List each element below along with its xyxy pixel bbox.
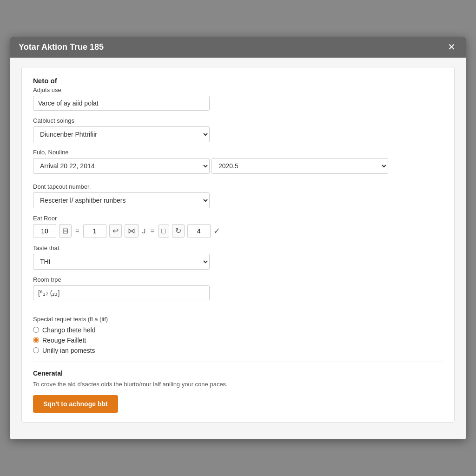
- radio-input-2[interactable]: [33, 337, 39, 343]
- taste-that-group: Taste that THI: [33, 245, 443, 270]
- catbluct-soings-label: Catbluct soings: [33, 117, 443, 124]
- rotate-icon: ↩: [109, 224, 122, 238]
- radio-label-1: Chango thete held: [42, 326, 95, 334]
- radio-label-2: Reouge Faillett: [42, 337, 86, 344]
- modal-header: Yotar Aktion True 185 ✕: [10, 37, 466, 58]
- radio-label-3: Unilly ian pomests: [42, 347, 95, 354]
- radio-input-1[interactable]: [33, 327, 39, 333]
- main-card: Neto of Adjuts use Catbluct soings Diunc…: [21, 67, 455, 423]
- copy-icon: ⊟: [59, 224, 72, 238]
- catbluct-soings-group: Catbluct soings Diuncenber Phttrifiir: [33, 117, 443, 142]
- room-trpe-input[interactable]: [33, 285, 210, 300]
- equals-symbol1: =: [74, 227, 80, 235]
- merge-icon: ⋈: [125, 224, 139, 238]
- general-description: To crove the ald d'sactes oids the biurt…: [33, 380, 443, 389]
- radio-item-3[interactable]: Unilly ian pomests: [33, 347, 443, 354]
- modal-container: Yotar Aktion True 185 ✕ Neto of Adjuts u…: [10, 37, 466, 440]
- adjuts-use-input[interactable]: [33, 96, 210, 111]
- refresh-icon: ↻: [172, 224, 185, 238]
- room-trpe-group: Room trpe: [33, 276, 443, 300]
- checkmark-icon: ✓: [213, 226, 220, 236]
- divider1: [33, 308, 443, 308]
- eat-roor-input3[interactable]: [187, 224, 211, 238]
- catbluct-soings-select[interactable]: Diuncenber Phttrifiir: [33, 126, 210, 142]
- radio-item-2[interactable]: Reouge Faillett: [33, 337, 443, 344]
- radio-input-3[interactable]: [33, 347, 39, 353]
- modal-title: Yotar Aktion True 185: [19, 42, 104, 52]
- close-button[interactable]: ✕: [446, 42, 457, 52]
- square-icon: □: [158, 225, 169, 238]
- radio-group: Chango thete held Reouge Faillett Unilly…: [33, 326, 443, 354]
- taste-that-label: Taste that: [33, 245, 443, 251]
- special-requests-label: Special requet tests (fl a (iif): [33, 316, 443, 323]
- room-trpe-label: Room trpe: [33, 276, 443, 283]
- dont-tapcount-group: Dont tapcout number. Rescerter l/ asphit…: [33, 183, 443, 208]
- dont-tapcount-label: Dont tapcout number.: [33, 183, 443, 190]
- general-title: Ceneratal: [33, 370, 443, 377]
- general-section: Ceneratal To crove the ald d'sactes oids…: [33, 370, 443, 413]
- dont-tapcount-select[interactable]: Rescerter l/ asphitber runbers: [33, 192, 210, 208]
- adjuts-use-group: Adjuts use: [33, 86, 443, 111]
- modal-body: Neto of Adjuts use Catbluct soings Diunc…: [10, 58, 466, 440]
- fulo-nouline-label: Fulo, Nouline: [33, 149, 443, 156]
- eat-roor-group: Eat Roor ⊟ = ↩ ⋈ J = □ ↻ ✓: [33, 215, 443, 238]
- special-requests-section: Special requet tests (fl a (iif) Chango …: [33, 316, 443, 354]
- taste-that-select[interactable]: THI: [33, 254, 210, 270]
- eat-roor-input1[interactable]: [33, 224, 56, 238]
- submit-button[interactable]: Sqn't to achnoge bbt: [33, 395, 118, 413]
- equals-symbol2: =: [149, 227, 155, 235]
- radio-item-1[interactable]: Chango thete held: [33, 326, 443, 334]
- adjuts-use-label: Adjuts use: [33, 86, 443, 93]
- section-title: Neto of: [33, 77, 443, 85]
- eat-roor-input2[interactable]: [83, 224, 106, 238]
- eat-roor-label: Eat Roor: [33, 215, 443, 222]
- j-symbol: J: [141, 227, 147, 235]
- eat-roor-row: ⊟ = ↩ ⋈ J = □ ↻ ✓: [33, 224, 443, 238]
- fulo-nouline-group: Fulo, Nouline Arrival 20 22, 2014 2020.5: [33, 149, 443, 177]
- fulo-nouline-select2[interactable]: 2020.5: [212, 158, 388, 174]
- divider2: [33, 362, 443, 362]
- fulo-nouline-select1[interactable]: Arrival 20 22, 2014: [33, 158, 210, 174]
